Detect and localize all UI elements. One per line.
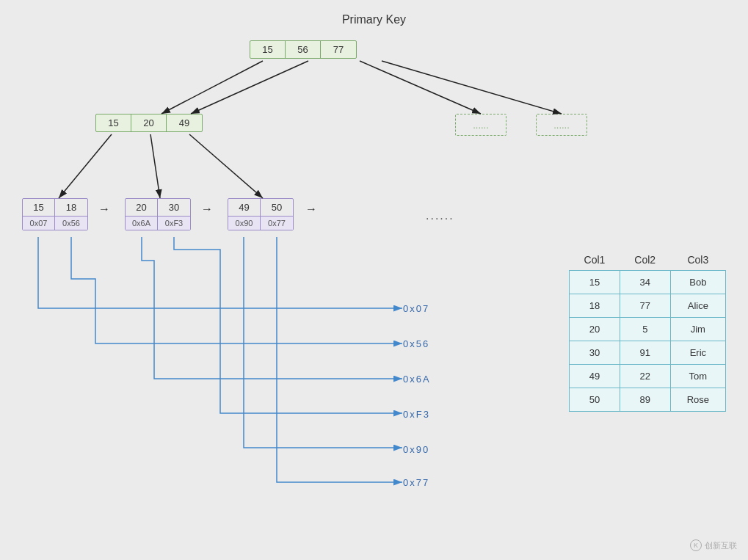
table-cell-3-2: Eric xyxy=(670,341,725,365)
table-cell-1-0: 18 xyxy=(570,294,620,318)
addr-0x90: 0x90 xyxy=(403,444,429,455)
table-cell-2-1: 5 xyxy=(620,318,670,341)
table-cell-2-0: 20 xyxy=(570,318,620,341)
watermark: K 创新互联 xyxy=(690,539,737,551)
table-cell-5-1: 89 xyxy=(620,388,670,412)
col2-header: Col2 xyxy=(620,250,670,271)
root-cell-3: 77 xyxy=(321,41,356,58)
svg-line-5 xyxy=(150,134,160,198)
svg-line-0 xyxy=(161,61,263,114)
svg-line-6 xyxy=(189,134,263,198)
table-row: 3091Eric xyxy=(570,341,726,365)
addr-0xF3: 0xF3 xyxy=(403,409,430,420)
svg-line-4 xyxy=(59,134,112,198)
leaf1-top-2: 18 xyxy=(55,199,87,216)
dashed-node-2: ...... xyxy=(536,114,587,136)
watermark-icon: K xyxy=(690,539,702,551)
table-cell-0-0: 15 xyxy=(570,271,620,294)
level1-cell-1: 15 xyxy=(96,114,131,131)
table-cell-3-1: 91 xyxy=(620,341,670,365)
leaf2-top-2: 30 xyxy=(158,199,190,216)
level1-cell-3: 49 xyxy=(167,114,202,131)
leaf3-bot-2: 0x77 xyxy=(261,217,293,230)
table-cell-4-0: 49 xyxy=(570,365,620,388)
table-cell-2-2: Jim xyxy=(670,318,725,341)
table-cell-0-1: 34 xyxy=(620,271,670,294)
svg-line-3 xyxy=(382,61,562,114)
leaf2-bot-2: 0xF3 xyxy=(158,217,190,230)
addr-0x07: 0x07 xyxy=(403,303,429,314)
dashed-node-1: ...... xyxy=(455,114,506,136)
level1-cell-2: 20 xyxy=(131,114,167,131)
level1-node: 15 20 49 xyxy=(95,114,203,132)
root-node: 15 56 77 xyxy=(250,40,357,59)
table-row: 205Jim xyxy=(570,318,726,341)
leaf-node-3: 49 50 0x90 0x77 xyxy=(228,198,294,230)
table-cell-4-2: Tom xyxy=(670,365,725,388)
leaf1-top-1: 15 xyxy=(23,199,55,216)
data-table: Col1 Col2 Col3 1534Bob1877Alice205Jim309… xyxy=(569,250,726,412)
leaf-node-2: 20 30 0x6A 0xF3 xyxy=(125,198,191,230)
svg-line-2 xyxy=(360,61,481,114)
table-cell-0-2: Bob xyxy=(670,271,725,294)
table-cell-3-0: 30 xyxy=(570,341,620,365)
leaf2-top-1: 20 xyxy=(126,199,158,216)
addr-0x77: 0x77 xyxy=(403,477,429,488)
table-cell-5-2: Rose xyxy=(670,388,725,412)
leaf3-top-2: 50 xyxy=(261,199,293,216)
addr-0x56: 0x56 xyxy=(403,338,429,349)
table-cell-1-2: Alice xyxy=(670,294,725,318)
table-cell-4-1: 22 xyxy=(620,365,670,388)
leaf3-bot-1: 0x90 xyxy=(228,217,261,230)
arrow-leaf3: → xyxy=(305,203,317,216)
table-row: 4922Tom xyxy=(570,365,726,388)
arrow-leaf2: → xyxy=(201,203,213,216)
watermark-text: 创新互联 xyxy=(705,540,737,551)
root-cell-1: 15 xyxy=(250,41,286,58)
arrow-leaf1: → xyxy=(98,203,110,216)
table-cell-1-1: 77 xyxy=(620,294,670,318)
leaf3-top-1: 49 xyxy=(228,199,261,216)
addr-0x6A: 0x6A xyxy=(403,374,431,385)
btree-ellipsis: ...... xyxy=(426,209,454,222)
col1-header: Col1 xyxy=(570,250,620,271)
leaf1-bot-2: 0x56 xyxy=(55,217,87,230)
leaf-node-1: 15 18 0x07 0x56 xyxy=(22,198,88,230)
main-container: Primary Key 15 56 77 15 20 49 ...... ...… xyxy=(0,0,748,560)
page-title: Primary Key xyxy=(0,13,748,26)
leaf1-bot-1: 0x07 xyxy=(23,217,55,230)
svg-line-1 xyxy=(191,61,308,114)
table-row: 1877Alice xyxy=(570,294,726,318)
leaf2-bot-1: 0x6A xyxy=(126,217,158,230)
table-cell-5-0: 50 xyxy=(570,388,620,412)
root-cell-2: 56 xyxy=(286,41,321,58)
table-row: 5089Rose xyxy=(570,388,726,412)
table-row: 1534Bob xyxy=(570,271,726,294)
col3-header: Col3 xyxy=(670,250,725,271)
